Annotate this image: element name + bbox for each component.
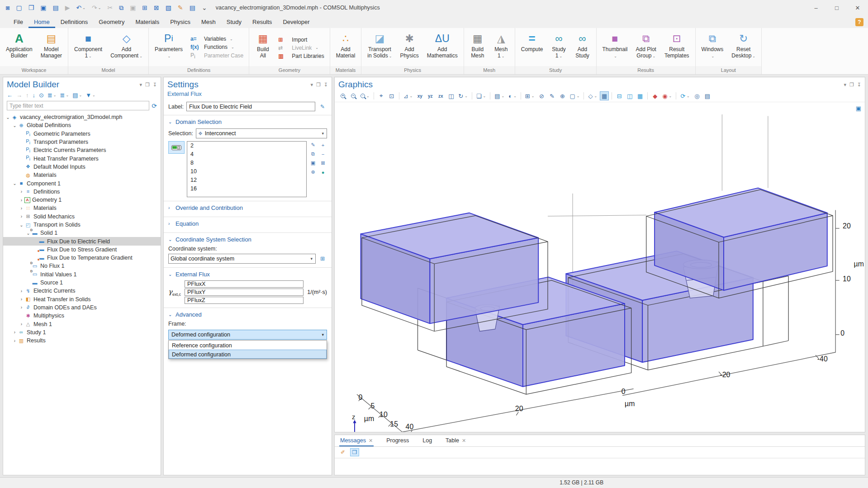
fit-selection-icon[interactable]: ⊡ [387,91,396,100]
zoom-to-selection-icon[interactable]: ⊕ [558,91,567,100]
new-file-icon[interactable]: ▢ [14,4,24,12]
tree-item-materials[interactable]: ›∷Materials [3,204,161,212]
select-box-icon[interactable]: ▧ [163,4,174,12]
frame-option[interactable]: Reference configuration [169,341,327,350]
tree-item-global-definitions[interactable]: ⌄⊕Global Definitions [3,121,161,129]
add-component-button[interactable]: ◇AddComponent⌄ [106,29,147,66]
build-mesh-button[interactable]: ▦BuildMesh [466,29,489,66]
menu-study[interactable]: Study [221,17,247,28]
minimize-button[interactable]: – [806,0,826,15]
open-file-icon[interactable]: ❒ [26,4,37,12]
domain-list-item[interactable]: 2 [187,142,306,150]
tree-item-root[interactable]: ⌄◈vacancy_electromigration_3Dmodel.mph [3,113,161,121]
tree-item-heat-transfer-in-solids[interactable]: ›◧Heat Transfer in Solids [3,295,161,303]
remove-from-selection-icon[interactable]: − [319,150,327,158]
domain-list-item[interactable]: 8 [187,159,306,167]
tree-item-no-flux-1[interactable]: ▭DNo Flux 1 [3,262,161,270]
tab-messages[interactable]: Messages✕ [339,436,374,446]
snapshot-icon[interactable]: ◎ [693,91,702,100]
part-libraries-button[interactable]: ▥Part Libraries [278,53,324,59]
add-study-button[interactable]: ∞AddStudy [571,29,594,66]
selection-mode-icon[interactable]: ▢⌄ [568,91,581,100]
graphics-context-icon[interactable]: ▣ [856,105,861,112]
domain-list-item[interactable]: 16 [187,185,306,193]
zoom-box-icon[interactable]: ▫⌄ [359,91,371,100]
external-flux-input-y[interactable] [185,289,304,296]
reset-desktop-button[interactable]: ↻ResetDesktop⌄ [727,29,759,66]
tree-item-geometry-1[interactable]: ›AGeometry 1 [3,196,161,204]
pin-icon[interactable]: ↧ [857,82,861,88]
clear-brush-icon[interactable]: ✎ [175,4,185,12]
zoom-in-icon[interactable]: + [338,91,347,100]
select-entities-icon[interactable]: ⊞⌄ [524,91,536,100]
clear-selection-icon[interactable]: ⊠ [319,159,327,167]
paste-selection-icon[interactable]: ▣ [309,159,317,167]
deselect-icon[interactable]: ⊘ [537,91,546,100]
application-builder-button[interactable]: AApplicationBuilder [2,29,37,66]
undo-icon[interactable]: ↶⌄ [74,4,88,12]
menu-physics[interactable]: Physics [165,17,196,28]
lasso-select-icon[interactable]: ✎ [547,91,556,100]
forward-icon[interactable]: → [16,92,22,99]
close-icon[interactable]: ✕ [462,438,466,444]
frame-option[interactable]: Deformed configuration [169,350,327,359]
external-flux-input-x[interactable] [185,280,304,288]
domain-list-item[interactable]: 10 [187,167,306,176]
clear-messages-icon[interactable]: ✐ [338,448,347,456]
xy-view-icon[interactable]: xy [415,91,424,100]
print-icon[interactable]: ▤ [703,91,712,100]
tree-item-transport-in-solids[interactable]: ⌄◰Transport in Solids [3,221,161,229]
result-templates-button[interactable]: ⊡ResultTemplates [660,29,693,66]
tree-item-transport-parameters[interactable]: PiTransport Parameters [3,138,161,146]
tree-item-component-1[interactable]: ⌄■Component 1 [3,179,161,187]
chevron-down-icon[interactable]: ▾ [310,82,313,88]
close-button[interactable]: ✕ [847,0,868,15]
thumbnail-button[interactable]: ■Thumbnail⌄ [598,29,632,66]
menu-file[interactable]: File [8,17,28,28]
float-window-icon[interactable]: ❐ [145,82,150,88]
tab-progress[interactable]: Progress [385,436,410,446]
rotate-view-icon[interactable]: ↻⌄ [457,91,469,100]
selection-dropdown[interactable]: ❖ Interconnect ▾ [196,128,327,138]
parameters-button[interactable]: PiParameters⌄ [151,29,187,66]
create-selection-icon[interactable]: ✎ [309,141,317,149]
pin-icon[interactable]: ↧ [324,82,328,88]
transport-in-solids-button[interactable]: ◪Transportin Solids⌄ [363,29,396,66]
zoom-out-icon[interactable]: − [349,91,358,100]
filter-icon[interactable]: ▼⌄ [85,92,95,99]
tree-item-results[interactable]: ›▥Results [3,336,161,345]
transparency-icon[interactable]: ▦ [600,91,609,100]
domain-list-item[interactable]: 12 [187,176,306,185]
expand-sections-icon[interactable]: ≣⌄ [47,92,57,99]
open-messages-window-icon[interactable]: ❒ [350,448,359,456]
livelink-button[interactable]: ⇄LiveLink⌄ [278,45,324,51]
override-header[interactable]: › Override and Contribution [168,204,327,213]
menu-results[interactable]: Results [247,17,277,28]
compute-button[interactable]: =Compute [517,29,547,66]
redo-icon[interactable]: ↷⌄ [90,4,103,12]
active-selection-icon[interactable]: ● [319,168,327,176]
3d-model-view[interactable]: 20µm100-40-200µm2040151050µm z x y [335,102,865,432]
menu-definitions[interactable]: Definitions [55,17,94,28]
tree-item-definitions[interactable]: ›≡Definitions [3,188,161,196]
show-options-icon[interactable]: ⊙ [39,92,44,99]
default-3d-view-icon[interactable]: ⊿⌄ [402,91,414,100]
build-all-button[interactable]: ▦BuildAll [251,29,275,66]
duplicate-icon[interactable]: ⊞ [140,4,150,12]
add-physics-button[interactable]: ✱AddPhysics [396,29,422,66]
refresh-icon[interactable]: ⟳ [152,102,157,109]
maximize-button[interactable]: □ [826,0,847,15]
save-as-icon[interactable]: ▤ [51,4,61,12]
tab-table[interactable]: Table✕ [445,436,467,446]
domain-list-item[interactable]: 4 [187,150,306,159]
back-icon[interactable]: ← [7,92,13,99]
move-up-icon[interactable]: ↑ [26,92,29,99]
save-icon[interactable]: ▣ [38,4,48,12]
zx-view-icon[interactable]: zx [436,91,445,100]
tree-item-solid-mechanics[interactable]: ›⊞Solid Mechanics [3,213,161,221]
collapse-sections-icon[interactable]: ≣⌄ [60,92,69,99]
paste-icon[interactable]: ▣ [128,4,138,12]
tree-item-default-model-inputs[interactable]: ❖Default Model Inputs [3,163,161,171]
add-plot-group-button[interactable]: ⧉Add PlotGroup⌄ [632,29,660,66]
color-theme-icon[interactable]: ▤⌄ [493,91,506,100]
